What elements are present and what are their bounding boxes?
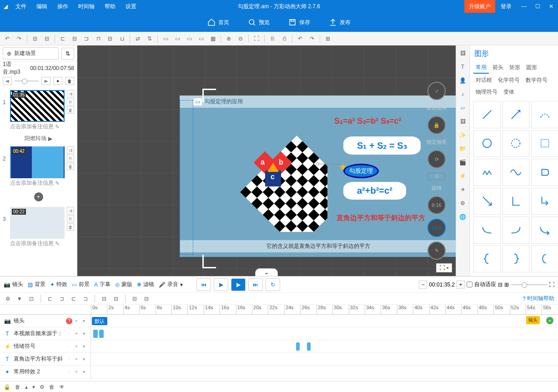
fx-tool-button[interactable]: ✦特效: [50, 281, 67, 288]
slide-content[interactable]: ▭勾股定理的应用 a b c S₁=a² S₂=b² S₃=c² S₁ + S₂…: [180, 95, 456, 257]
plane-tool[interactable]: ✈: [458, 185, 468, 195]
shape-circle-dashed[interactable]: [503, 130, 530, 157]
up-button[interactable]: ▴: [25, 384, 28, 390]
scene2-move-button[interactable]: ⇉: [67, 146, 74, 154]
crop-bl[interactable]: [202, 255, 216, 268]
track-expand-button[interactable]: +: [73, 369, 80, 375]
video-tool[interactable]: 🎬: [458, 157, 468, 167]
clip[interactable]: [99, 330, 104, 338]
audio-next-button[interactable]: ⊳: [41, 77, 50, 85]
time-plus-button[interactable]: +: [457, 281, 465, 289]
transition-1[interactable]: 阴燃转场▶: [0, 133, 77, 144]
menu-edit[interactable]: 编辑: [32, 0, 52, 13]
subtitle-tool-button[interactable]: A字幕: [94, 281, 111, 288]
clip[interactable]: [296, 342, 300, 351]
shape-zigzag[interactable]: [473, 159, 501, 186]
audio-settings-button[interactable]: ✦: [53, 77, 62, 85]
scene-2[interactable]: 2 00:42 点击添加备注信息✎ ⇉ ⎘ 🗑: [0, 144, 77, 190]
next-clip-button[interactable]: ⏭: [248, 278, 263, 291]
add-marker-button[interactable]: +: [546, 317, 553, 324]
audio-slider[interactable]: [15, 80, 39, 81]
track-expand-button[interactable]: +: [73, 343, 80, 350]
track-menu-button[interactable]: ▾: [80, 331, 87, 337]
shape-curve-arrow-l[interactable]: [531, 216, 558, 244]
gear-tool[interactable]: ⚙: [458, 198, 468, 208]
shape-rect-dashed[interactable]: [531, 130, 558, 157]
bring-forward-button[interactable]: ▭: [184, 33, 195, 44]
undo2-button[interactable]: ↶: [295, 33, 306, 44]
scene-3[interactable]: 3 00:22 点击添加备注信息✎ ⇉ ⎘ 🗑: [0, 204, 77, 250]
send-back-button[interactable]: ▭: [172, 33, 183, 44]
scene3-move-button[interactable]: ⇉: [67, 207, 74, 214]
align-center-button[interactable]: ⊟: [69, 33, 80, 44]
copy-button[interactable]: ⎘: [267, 33, 278, 44]
shape-corner-arrow[interactable]: [531, 188, 558, 215]
scene2-copy-button[interactable]: ⎘: [67, 155, 74, 162]
default-clip[interactable]: 默认: [92, 317, 107, 325]
clip[interactable]: [307, 342, 311, 351]
audio-prev-button[interactable]: ⊲: [3, 77, 12, 85]
minimize-button[interactable]: —: [517, 0, 531, 13]
lock-all-button[interactable]: 🔒: [4, 384, 10, 390]
expand-icon[interactable]: ⊞: [504, 281, 509, 288]
cut-icon[interactable]: ⊟: [131, 295, 139, 303]
new-scene-button[interactable]: ⊕ 新建场景: [3, 47, 59, 60]
bg-tool-button[interactable]: ▨背景: [28, 281, 45, 288]
menu-timeline[interactable]: 时间轴: [74, 0, 99, 13]
shape-blob[interactable]: [531, 159, 558, 186]
upgrade-button[interactable]: 升级账户: [464, 0, 495, 13]
login-button[interactable]: 登录: [495, 3, 517, 10]
shapes-tab-arrow[interactable]: 箭头: [490, 62, 506, 74]
flash-tool[interactable]: ⚡: [458, 171, 468, 181]
tab-publish[interactable]: 发布: [325, 18, 354, 26]
collapse-icon[interactable]: ⊟: [498, 281, 503, 288]
track-2[interactable]: ⚡情绪符号·+▾: [0, 340, 558, 353]
flip-h-button[interactable]: ⇄: [132, 33, 143, 44]
align-middle-button[interactable]: ⊟: [105, 33, 116, 44]
undo-button[interactable]: ↶: [2, 33, 13, 44]
tab-preview[interactable]: 预览: [244, 18, 273, 26]
down-button[interactable]: ▾: [32, 384, 35, 390]
timeline-ruler[interactable]: 0s2s4s6s8s10s12s14s16s18s20s22s24s26s28s…: [0, 305, 558, 315]
align4-icon[interactable]: ⊐: [81, 295, 90, 303]
split-icon[interactable]: ⊟: [100, 295, 108, 303]
track-menu-button[interactable]: ▾: [80, 369, 87, 375]
play-preview-button[interactable]: ▶: [214, 278, 228, 291]
scene3-delete-button[interactable]: 🗑: [67, 223, 74, 231]
audio-delete-button[interactable]: 🗑: [65, 77, 74, 85]
align-icon[interactable]: ⊏: [46, 295, 54, 303]
camera-marker[interactable]: 镜头: [526, 316, 540, 324]
zoom-out-button[interactable]: ⊖: [235, 33, 246, 44]
cut2-icon[interactable]: ⊟: [142, 295, 151, 303]
sort-scenes-button[interactable]: ⇅: [61, 48, 74, 60]
scene1-move-button[interactable]: ⇉: [67, 90, 74, 97]
fit-timeline-icon[interactable]: ⛶: [549, 281, 554, 288]
redo-button[interactable]: ↷: [14, 33, 25, 44]
maximize-button[interactable]: ☐: [531, 0, 544, 13]
shape-bracket-l[interactable]: [531, 246, 558, 273]
add-scene-button[interactable]: +: [34, 192, 43, 201]
shape-sine[interactable]: [503, 159, 530, 186]
menu-settings[interactable]: 设置: [121, 0, 141, 13]
menu-file[interactable]: 文件: [11, 0, 31, 13]
collapse-timeline-button[interactable]: ⌄: [255, 268, 278, 276]
paste-button[interactable]: ⎙: [279, 33, 290, 44]
ratio-916-button[interactable]: 9:16: [427, 196, 446, 214]
scene-1[interactable]: 1 01:35 点击添加备注信息✎ ⇉ ⎘ 🗑: [0, 87, 77, 133]
scene1-copy-button[interactable]: ⎘: [67, 98, 74, 106]
menu-action[interactable]: 操作: [53, 0, 73, 13]
shape-brace-r[interactable]: [503, 246, 530, 273]
track-menu-button[interactable]: ▾: [80, 343, 87, 350]
trash-button[interactable]: 🗑: [15, 384, 20, 390]
time-minus-button[interactable]: −: [419, 281, 427, 289]
record-tool-button[interactable]: 🎤录音▾: [159, 281, 183, 288]
ratio-169-button[interactable]: 16:9: [427, 219, 446, 237]
select-icon[interactable]: ⊡: [27, 295, 35, 303]
speed-button[interactable]: ⚙: [40, 384, 45, 390]
align-left-button[interactable]: ⊏: [57, 33, 68, 44]
mask-tool-button[interactable]: ◎蒙版: [115, 281, 132, 288]
settings-icon[interactable]: ⚙: [4, 295, 12, 303]
character-tool[interactable]: 👤: [458, 75, 468, 85]
track-expand-button[interactable]: +: [73, 331, 80, 337]
canvas[interactable]: AM ▭勾股定理的应用 a b c S₁=a² S₂=b² S₃=c² S₁ +…: [77, 45, 456, 276]
